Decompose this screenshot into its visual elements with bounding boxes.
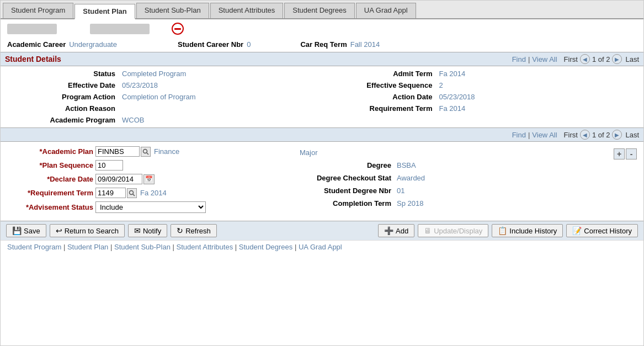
notify-button[interactable]: ✉ Notify (128, 224, 167, 237)
action-date-label: Action Date (324, 93, 435, 101)
include-history-icon: 📋 (498, 226, 507, 235)
include-history-button[interactable]: 📋 Include History (492, 224, 563, 237)
page-indicator: 1 of 2 (592, 55, 610, 63)
student-degree-nbr-label: Student Degree Nbr (300, 187, 393, 195)
add-icon: ➕ (384, 226, 393, 235)
advisement-status-select[interactable]: Include Exclude (95, 201, 206, 213)
tab-student-plan[interactable]: Student Plan (74, 4, 135, 19)
action-reason-label: Action Reason (7, 104, 118, 113)
sub-nav-bar: Find | View All First ◀ 1 of 2 ▶ Last (1, 127, 643, 142)
add-button[interactable]: ➕ Add (378, 224, 414, 237)
degree-value: BSBA (397, 161, 416, 169)
save-icon: 💾 (12, 226, 22, 235)
academic-plan-label: *Academic Plan (39, 147, 93, 156)
bottom-links: Student Program | Student Plan | Student… (1, 240, 643, 253)
academic-program-value: WCOB (122, 116, 320, 124)
plan-type-value: Major (300, 148, 318, 157)
status-value: Completed Program (122, 70, 320, 78)
add-row-btn[interactable]: + (614, 148, 625, 159)
requirement-term-label: Requirement Term (324, 104, 435, 113)
update-display-button[interactable]: 🖥 Update/Display (418, 224, 488, 237)
tab-bar: Student Program Student Plan Student Sub… (1, 1, 643, 19)
declare-date-input[interactable] (95, 174, 142, 184)
academic-plan-input[interactable] (95, 146, 140, 157)
tab-student-subplan[interactable]: Student Sub-Plan (136, 3, 209, 18)
career-fields-row: Academic Career Undergraduate Student Ca… (1, 38, 643, 52)
academic-program-label: Academic Program (7, 116, 118, 124)
student-name: ████████ (7, 24, 57, 34)
return-icon: ↩ (56, 226, 62, 235)
plan-sequence-input[interactable] (95, 160, 123, 171)
student-career-nbr-label: Student Career Nbr (178, 40, 243, 49)
effective-sequence-value: 2 (439, 81, 637, 89)
toolbar-right: ➕ Add 🖥 Update/Display 📋 Include History… (378, 224, 638, 237)
tab-student-program[interactable]: Student Program (3, 3, 73, 18)
find-link[interactable]: Find (512, 55, 526, 63)
bottom-link-student-attributes[interactable]: Student Attributes (177, 243, 233, 251)
requirement-term-value: Fa 2014 (439, 104, 637, 113)
svg-point-2 (130, 190, 134, 194)
calendar-icon[interactable]: 📅 (143, 174, 155, 184)
program-action-value: Completion of Program (122, 93, 320, 101)
academic-plan-search-icon[interactable] (141, 147, 151, 157)
effective-date-label: Effective Date (7, 81, 118, 89)
notify-icon: ✉ (134, 226, 141, 235)
degree-checkout-stat-value: Awarded (397, 174, 425, 182)
admit-term-value: Fa 2014 (439, 70, 637, 78)
action-reason-value (122, 104, 320, 113)
effective-sequence-label: Effective Sequence (324, 81, 435, 89)
plan-sequence-label: *Plan Sequence (39, 161, 93, 169)
declare-date-label: *Declare Date (47, 175, 93, 183)
correct-history-button[interactable]: 📝 Correct History (566, 224, 638, 237)
requirement-term-search-icon[interactable] (127, 188, 137, 198)
refresh-button[interactable]: ↻ Refresh (171, 224, 217, 237)
bottom-link-student-subplan[interactable]: Student Sub-Plan (114, 243, 171, 251)
requirement-term-label2: *Requirement Term (28, 189, 93, 197)
sub-prev-btn[interactable]: ◀ (580, 130, 590, 140)
car-req-term-label: Car Req Term (300, 40, 347, 49)
update-display-icon: 🖥 (424, 226, 432, 235)
bottom-link-student-program[interactable]: Student Program (7, 243, 61, 251)
view-all-link[interactable]: View All (532, 55, 557, 63)
degree-checkout-stat-label: Degree Checkout Stat (300, 174, 393, 182)
completion-term-label: Completion Term (300, 199, 393, 207)
status-label: Status (7, 70, 118, 78)
student-career-nbr-value: 0 (247, 40, 251, 49)
advisement-status-label: *Advisement Status (26, 203, 93, 211)
remove-row-btn[interactable]: - (626, 148, 637, 159)
refresh-icon: ↻ (177, 226, 183, 235)
academic-plan-name: Finance (151, 147, 179, 156)
return-to-search-button[interactable]: ↩ Return to Search (50, 224, 125, 237)
correct-history-icon: 📝 (572, 226, 582, 235)
bottom-link-ua-grad-appl[interactable]: UA Grad Appl (299, 243, 342, 251)
sub-next-btn[interactable]: ▶ (612, 130, 622, 140)
bottom-toolbar: 💾 Save ↩ Return to Search ✉ Notify ↻ Ref… (1, 221, 643, 240)
plan-section: *Academic Plan Finance *Plan Sequence *D… (1, 142, 643, 221)
svg-line-3 (133, 194, 135, 196)
completion-term-value: Sp 2018 (397, 199, 423, 207)
car-req-term-value: Fall 2014 (350, 40, 380, 49)
requirement-term-input[interactable] (95, 188, 126, 198)
action-date-value: 05/23/2018 (439, 93, 637, 101)
prev-btn[interactable]: ◀ (580, 54, 590, 64)
effective-date-value: 05/23/2018 (122, 81, 320, 89)
save-button[interactable]: 💾 Save (6, 224, 46, 237)
student-id: ██████████ (90, 24, 150, 34)
student-details-section: Status Completed Program Admit Term Fa 2… (1, 66, 643, 127)
sub-view-all-link[interactable]: View All (532, 131, 557, 139)
section-title: Student Details (5, 55, 61, 63)
svg-point-0 (143, 149, 147, 153)
tab-student-attributes[interactable]: Student Attributes (210, 3, 284, 18)
svg-line-1 (147, 153, 148, 155)
sub-find-link[interactable]: Find (512, 131, 526, 139)
bottom-link-student-degrees[interactable]: Student Degrees (239, 243, 293, 251)
admit-term-label: Admit Term (324, 70, 435, 78)
no-entry-icon (172, 23, 184, 35)
student-degree-nbr-value: 01 (397, 187, 405, 195)
next-btn[interactable]: ▶ (612, 54, 622, 64)
tab-student-degrees[interactable]: Student Degrees (284, 3, 355, 18)
requirement-term-desc: Fa 2014 (137, 189, 167, 197)
tab-ua-grad-appl[interactable]: UA Grad Appl (356, 3, 416, 18)
academic-career-value: Undergraduate (69, 40, 117, 49)
bottom-link-student-plan[interactable]: Student Plan (67, 243, 108, 251)
